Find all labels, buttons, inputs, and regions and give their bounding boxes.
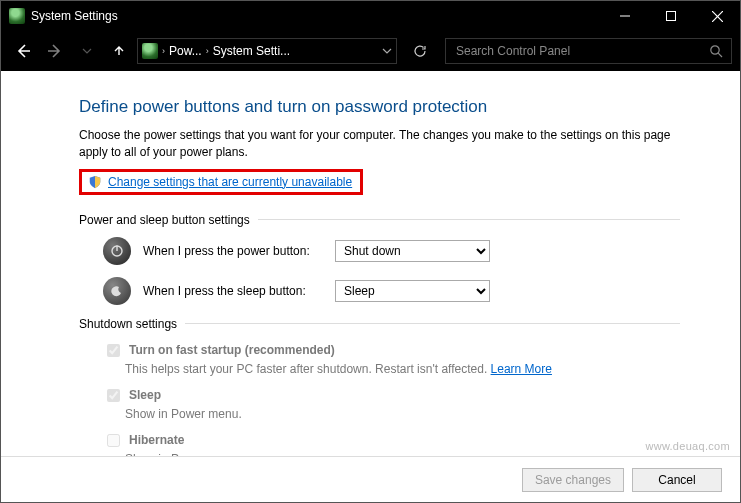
- chevron-down-icon: [82, 46, 92, 56]
- forward-arrow-icon: [46, 42, 64, 60]
- minimize-icon: [620, 11, 630, 21]
- page-title: Define power buttons and turn on passwor…: [79, 97, 680, 117]
- navbar: › Pow... › System Setti...: [1, 31, 740, 71]
- row-label: When I press the power button:: [143, 244, 323, 258]
- footer: Save changes Cancel: [1, 456, 740, 502]
- option-label: Turn on fast startup (recommended): [129, 343, 335, 357]
- row-sleep-button: When I press the sleep button: Sleep: [103, 277, 680, 305]
- breadcrumb-item[interactable]: Pow...: [169, 44, 202, 58]
- close-button[interactable]: [694, 1, 740, 31]
- minimize-button[interactable]: [602, 1, 648, 31]
- search-input[interactable]: [454, 43, 709, 59]
- section-label: Shutdown settings: [79, 317, 177, 331]
- app-icon: [9, 8, 25, 24]
- fast-startup-checkbox: [107, 344, 120, 357]
- back-arrow-icon: [14, 42, 32, 60]
- content-area: Define power buttons and turn on passwor…: [1, 71, 740, 456]
- option-sleep: Sleep Show in Power menu.: [103, 386, 680, 423]
- maximize-icon: [666, 11, 676, 21]
- option-label: Hibernate: [129, 433, 184, 447]
- chevron-right-icon: ›: [162, 46, 165, 56]
- option-description: Show in Power menu.: [125, 450, 680, 456]
- highlight-annotation: Change settings that are currently unava…: [79, 169, 363, 195]
- sleep-checkbox: [107, 389, 120, 402]
- section-power-sleep-buttons: Power and sleep button settings: [79, 213, 680, 227]
- search-box[interactable]: [445, 38, 732, 64]
- breadcrumb-item[interactable]: System Setti...: [213, 44, 290, 58]
- row-label: When I press the sleep button:: [143, 284, 323, 298]
- change-settings-link[interactable]: Change settings that are currently unava…: [108, 175, 352, 189]
- row-power-button: When I press the power button: Shut down: [103, 237, 680, 265]
- chevron-down-icon[interactable]: [382, 46, 392, 56]
- svg-rect-1: [667, 12, 676, 21]
- hibernate-checkbox: [107, 434, 120, 447]
- section-label: Power and sleep button settings: [79, 213, 250, 227]
- option-hibernate: Hibernate Show in Power menu.: [103, 431, 680, 456]
- chevron-right-icon: ›: [206, 46, 209, 56]
- power-icon: [103, 237, 131, 265]
- recent-dropdown[interactable]: [73, 37, 101, 65]
- titlebar: System Settings: [1, 1, 740, 31]
- save-button[interactable]: Save changes: [522, 468, 624, 492]
- sleep-icon: [103, 277, 131, 305]
- back-button[interactable]: [9, 37, 37, 65]
- search-icon: [709, 44, 723, 58]
- window: System Settings › P: [0, 0, 741, 503]
- section-shutdown-settings: Shutdown settings: [79, 317, 680, 331]
- sleep-button-select[interactable]: Sleep: [335, 280, 490, 302]
- up-button[interactable]: [105, 37, 133, 65]
- learn-more-link[interactable]: Learn More: [491, 362, 552, 376]
- svg-point-4: [711, 46, 719, 54]
- forward-button[interactable]: [41, 37, 69, 65]
- divider: [185, 323, 680, 324]
- option-description: Show in Power menu.: [125, 405, 680, 423]
- option-label: Sleep: [129, 388, 161, 402]
- option-description: This helps start your PC faster after sh…: [125, 362, 491, 376]
- svg-line-5: [718, 53, 722, 57]
- breadcrumb[interactable]: › Pow... › System Setti...: [137, 38, 397, 64]
- watermark: www.deuaq.com: [645, 440, 730, 452]
- shield-icon: [88, 175, 102, 189]
- breadcrumb-icon: [142, 43, 158, 59]
- maximize-button[interactable]: [648, 1, 694, 31]
- up-arrow-icon: [111, 43, 127, 59]
- page-description: Choose the power settings that you want …: [79, 127, 680, 161]
- window-title: System Settings: [31, 9, 602, 23]
- refresh-button[interactable]: [407, 38, 433, 64]
- close-icon: [712, 11, 723, 22]
- refresh-icon: [413, 44, 427, 58]
- cancel-button[interactable]: Cancel: [632, 468, 722, 492]
- power-button-select[interactable]: Shut down: [335, 240, 490, 262]
- divider: [258, 219, 680, 220]
- option-fast-startup: Turn on fast startup (recommended) This …: [103, 341, 680, 378]
